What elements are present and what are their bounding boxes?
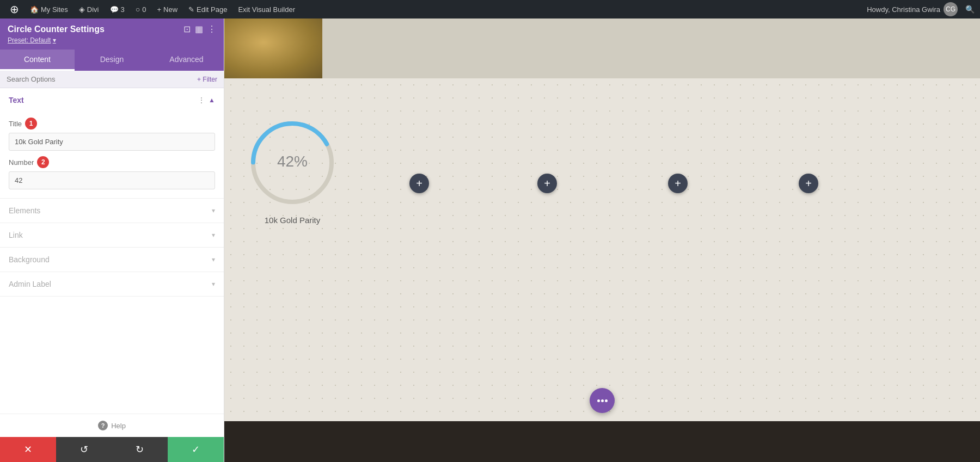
circle-counter-label: 10k Gold Parity xyxy=(265,215,321,225)
section-background-chevron[interactable]: ▾ xyxy=(212,256,215,263)
sidebar-title: Circle Counter Settings xyxy=(8,24,105,34)
comments-btn[interactable]: 💬 3 xyxy=(106,0,129,19)
comment-count-btn[interactable]: ○ 0 xyxy=(131,0,151,19)
avatar: CG xyxy=(944,2,958,16)
home-icon: 🏠 xyxy=(30,5,39,14)
divi-btn[interactable]: ◈ Divi xyxy=(75,0,103,19)
section-elements-title: Elements xyxy=(9,206,40,215)
save-icon: ✓ xyxy=(192,443,200,455)
section-elements-chevron[interactable]: ▾ xyxy=(212,207,215,214)
user-greeting[interactable]: Howdy, Christina Gwira CG 🔍 xyxy=(867,2,975,16)
admin-bar: ⊕ 🏠 My Sites ◈ Divi 💬 3 ○ 0 + New ✎ Edit… xyxy=(0,0,980,19)
section-link-chevron[interactable]: ▾ xyxy=(212,231,215,239)
exit-visual-builder-btn[interactable]: Exit Visual Builder xyxy=(234,0,299,19)
resize-icon[interactable]: ⊡ xyxy=(183,24,191,34)
tab-advanced[interactable]: Advanced xyxy=(149,50,224,71)
sidebar-title-row: Circle Counter Settings ⊡ ▦ ⋮ xyxy=(8,24,216,34)
section-link: Link ▾ xyxy=(0,223,224,248)
title-label-row: Title 1 xyxy=(9,118,215,130)
sidebar-tabs: Content Design Advanced xyxy=(0,50,224,71)
main-area: Circle Counter Settings ⊡ ▦ ⋮ Preset: De… xyxy=(0,19,980,462)
help-icon: ? xyxy=(98,421,108,430)
plus-icon-2: + xyxy=(544,177,550,190)
add-button-2[interactable]: + xyxy=(537,174,557,193)
tab-design[interactable]: Design xyxy=(75,50,149,71)
section-link-title: Link xyxy=(9,231,23,239)
add-button-4[interactable]: + xyxy=(799,174,818,193)
fab-button[interactable] xyxy=(590,388,615,413)
sidebar-content: Text ⋮ ▲ Title 1 Numbe xyxy=(0,88,224,414)
redo-button[interactable]: ↻ xyxy=(112,437,168,462)
divi-icon: ◈ xyxy=(79,5,85,14)
title-input[interactable] xyxy=(9,133,215,151)
title-badge: 1 xyxy=(25,118,37,130)
sidebar: Circle Counter Settings ⊡ ▦ ⋮ Preset: De… xyxy=(0,19,224,462)
sidebar-footer: ? Help xyxy=(0,414,224,437)
circle-chart: 42% xyxy=(246,116,339,209)
circle-counter-widget: 42% 10k Gold Parity xyxy=(246,116,339,225)
number-label-row: Number 2 xyxy=(9,156,215,168)
plus-icon-4: + xyxy=(805,177,812,190)
cancel-button[interactable]: ✕ xyxy=(0,437,56,462)
svg-text:42%: 42% xyxy=(277,153,308,170)
title-label: Title xyxy=(9,120,22,128)
admin-bar-right: Howdy, Christina Gwira CG 🔍 xyxy=(867,2,975,16)
new-btn[interactable]: + New xyxy=(152,0,182,19)
section-text-header-left: Text xyxy=(9,96,24,104)
canvas-footer-strip xyxy=(224,421,980,462)
wp-logo-btn[interactable]: ⊕ xyxy=(5,0,23,19)
jewelry-image xyxy=(224,19,322,78)
section-elements: Elements ▾ xyxy=(0,199,224,223)
section-admin-label-header[interactable]: Admin Label ▾ xyxy=(0,272,224,296)
wp-icon: ⊕ xyxy=(10,3,19,16)
search-icon[interactable]: 🔍 xyxy=(965,5,975,14)
number-badge: 2 xyxy=(37,156,49,168)
text-section-fields: Title 1 Number 2 xyxy=(0,118,224,198)
section-admin-label-chevron[interactable]: ▾ xyxy=(212,280,215,288)
plus-icon-1: + xyxy=(416,177,422,190)
save-button[interactable]: ✓ xyxy=(168,437,224,462)
plus-icon: + xyxy=(157,5,161,14)
section-background-title: Background xyxy=(9,255,50,264)
section-background-header[interactable]: Background ▾ xyxy=(0,248,224,272)
section-text-icons: ⋮ ▲ xyxy=(198,96,215,104)
section-admin-label-title: Admin Label xyxy=(9,280,51,288)
speech-bubble-icon: ○ xyxy=(136,5,140,14)
more-options-icon[interactable]: ⋮ xyxy=(207,24,216,34)
undo-button[interactable]: ↺ xyxy=(56,437,112,462)
number-label: Number xyxy=(9,158,34,167)
search-input[interactable] xyxy=(7,75,193,83)
section-text-chevron[interactable]: ▲ xyxy=(209,96,215,104)
edit-page-btn[interactable]: ✎ Edit Page xyxy=(184,0,231,19)
redo-icon: ↻ xyxy=(136,443,144,455)
comment-icon: 💬 xyxy=(110,5,119,14)
my-sites-btn[interactable]: 🏠 My Sites xyxy=(26,0,72,19)
plus-icon-3: + xyxy=(675,177,681,190)
layout-icon[interactable]: ▦ xyxy=(195,24,203,34)
canvas-top xyxy=(224,19,980,78)
undo-icon: ↺ xyxy=(80,443,88,455)
canvas-image xyxy=(224,19,322,78)
circle-svg: 42% xyxy=(246,116,339,209)
sidebar-title-icons: ⊡ ▦ ⋮ xyxy=(183,24,216,34)
canvas-main[interactable]: 42% 10k Gold Parity + + + + xyxy=(224,78,980,462)
canvas: 42% 10k Gold Parity + + + + xyxy=(224,19,980,462)
edit-icon: ✎ xyxy=(188,5,194,14)
section-text-title: Text xyxy=(9,96,24,104)
tab-content[interactable]: Content xyxy=(0,50,75,71)
action-bar: ✕ ↺ ↻ ✓ xyxy=(0,437,224,462)
filter-button[interactable]: + Filter xyxy=(197,76,217,83)
preset-selector[interactable]: Preset: Default ▾ xyxy=(8,36,216,44)
add-button-3[interactable]: + xyxy=(668,174,688,193)
section-more-icon[interactable]: ⋮ xyxy=(198,96,205,104)
section-text-header[interactable]: Text ⋮ ▲ xyxy=(0,88,224,112)
section-admin-label: Admin Label ▾ xyxy=(0,272,224,297)
number-input[interactable] xyxy=(9,171,215,189)
add-button-1[interactable]: + xyxy=(409,174,429,193)
section-text: Text ⋮ ▲ Title 1 Numbe xyxy=(0,88,224,199)
section-link-header[interactable]: Link ▾ xyxy=(0,223,224,247)
section-background: Background ▾ xyxy=(0,248,224,272)
section-elements-header[interactable]: Elements ▾ xyxy=(0,199,224,223)
sidebar-header: Circle Counter Settings ⊡ ▦ ⋮ Preset: De… xyxy=(0,19,224,50)
cancel-icon: ✕ xyxy=(24,443,32,455)
